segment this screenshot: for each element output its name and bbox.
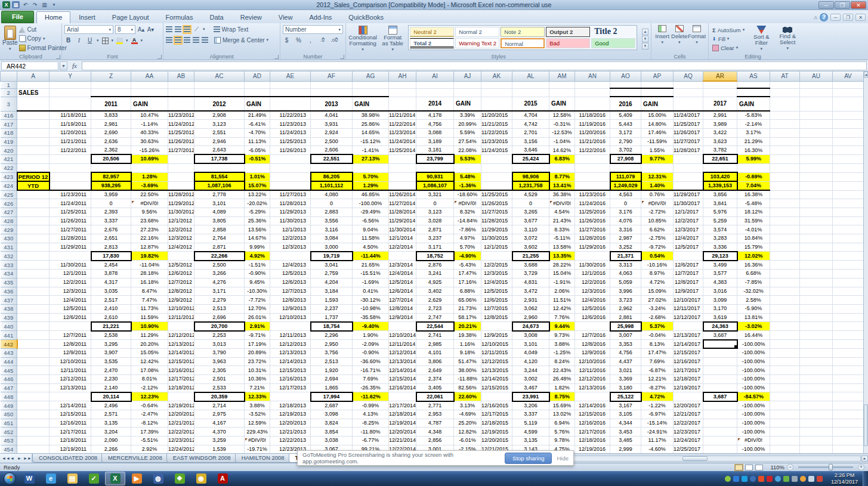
cell-AE431[interactable]: 12/3/2013 <box>270 243 311 252</box>
cell-AM416[interactable]: 12.58% <box>549 111 575 120</box>
style-chip[interactable]: Warning Text 2 <box>455 38 499 48</box>
cell-AE432[interactable] <box>270 252 311 261</box>
cell-AQ420[interactable]: 11/28/2017 <box>674 146 703 155</box>
column-header-A[interactable]: A <box>17 72 50 81</box>
cell-AR436[interactable]: 3,016 <box>703 287 737 296</box>
cell-AT450[interactable] <box>770 410 800 419</box>
row-header-449[interactable]: 449 <box>1 401 17 410</box>
cell-AS419[interactable]: 21.29% <box>737 137 770 146</box>
cell-Y440[interactable] <box>50 322 91 331</box>
cell-AE434[interactable]: 12/5/2013 <box>270 270 311 278</box>
cell-AA423[interactable]: 1.28% <box>131 172 168 181</box>
cell-AC430[interactable]: 2,764 <box>194 234 245 243</box>
cell-AB444[interactable]: 12/15/2012 <box>168 357 194 366</box>
cell-AI424[interactable]: 1,086,107 <box>416 181 454 190</box>
cell-AQ449[interactable]: 12/20/2017 <box>674 401 703 410</box>
cell-AA431[interactable]: 12.87% <box>131 243 168 252</box>
cell-AI435[interactable]: 4,925 <box>416 278 454 287</box>
next-sheet-icon[interactable]: ► <box>16 456 23 460</box>
column-header-AC[interactable]: AC <box>194 72 245 81</box>
cell-Y419[interactable]: 11/21/2011 <box>50 137 91 146</box>
cell-AF452[interactable]: 3,854 <box>311 428 353 437</box>
row-header-454[interactable]: 454 <box>1 445 17 453</box>
cell-AK449[interactable]: 12/16/2015 <box>481 401 512 410</box>
cell-AN426[interactable]: 11/24/2016 <box>575 199 610 208</box>
cell-AI452[interactable]: 4,348 <box>416 428 454 437</box>
cell-AA418[interactable]: 40.33% <box>131 128 168 137</box>
cell-Y446[interactable]: 12/12/2011 <box>50 375 91 384</box>
cell-AQ437[interactable]: 12/10/2017 <box>674 296 703 305</box>
cell-AP434[interactable]: 8.97% <box>641 270 674 278</box>
cell-AO450[interactable]: 3,105 <box>610 410 641 419</box>
cell-AI421[interactable]: 23,799 <box>416 154 454 163</box>
cell-AJ433[interactable]: -5.43% <box>454 261 481 270</box>
sheet-tab-mercerville-2008[interactable]: MERCERVILLE 2008 <box>101 454 169 463</box>
cell-AJ448[interactable]: 22.60% <box>454 392 481 401</box>
cell-AL424[interactable]: 1,231,758 <box>512 181 549 190</box>
cell-A420[interactable] <box>17 146 50 155</box>
cell-AK450[interactable]: 12/17/2015 <box>481 410 512 419</box>
gallery-down-icon[interactable]: ▼ <box>642 36 648 42</box>
conditional-formatting-button[interactable]: Conditional Formatting▾ <box>348 26 377 52</box>
cell-AS429[interactable]: -4.01% <box>737 225 770 234</box>
paste-button[interactable]: Paste▾ <box>2 25 18 52</box>
cell-AU426[interactable] <box>800 199 833 208</box>
cell-AH430[interactable]: 12/1/2014 <box>389 234 416 243</box>
cell-AG435[interactable]: -1.69% <box>353 278 389 287</box>
row-header-428[interactable]: 428 <box>1 216 17 225</box>
cell-AV422[interactable] <box>833 163 864 172</box>
cell-AH435[interactable]: 12/5/2014 <box>389 278 416 287</box>
cell-AG431[interactable]: 4.50% <box>353 243 389 252</box>
cell-AM445[interactable]: 22.43% <box>549 366 575 375</box>
cell-AO443[interactable]: 4,756 <box>610 348 641 357</box>
cell-AI445[interactable]: 2,649 <box>416 366 454 375</box>
cell-A426[interactable] <box>17 199 50 208</box>
cell-AP453[interactable]: 11.17% <box>641 437 674 445</box>
cell-AJ430[interactable]: 4.97% <box>454 234 481 243</box>
cell-AJ443[interactable]: 9.18% <box>454 348 481 357</box>
minimize-button[interactable]: ─ <box>818 1 834 9</box>
start-button[interactable] <box>4 472 16 485</box>
cell-AO447[interactable]: 3,180 <box>610 383 641 392</box>
row-header-423[interactable]: 423 <box>1 172 17 181</box>
cell-AB439[interactable]: 12/11/2012 <box>168 313 194 322</box>
cell-AA427[interactable]: 9.56% <box>131 208 168 217</box>
tray-icon[interactable] <box>800 476 806 482</box>
cell-AI432[interactable]: 18,752 <box>416 252 454 261</box>
cell-AH434[interactable]: 12/4/2014 <box>389 270 416 278</box>
page-break-view-icon[interactable] <box>755 465 763 470</box>
scroll-up-icon[interactable]: ▲ <box>864 72 868 78</box>
cell-AR445[interactable] <box>703 366 737 375</box>
cell-AL3[interactable]: 2015 <box>512 97 549 111</box>
cell-AK446[interactable]: 12/14/2015 <box>481 375 512 384</box>
cell-AI433[interactable]: 2,876 <box>416 261 454 270</box>
cell-AB424[interactable] <box>168 181 194 190</box>
cell-AK443[interactable]: 12/11/2015 <box>481 348 512 357</box>
row-header-435[interactable]: 435 <box>1 278 17 287</box>
cell-AL427[interactable]: 3,265 <box>512 208 549 217</box>
cell-Z422[interactable] <box>91 163 131 172</box>
cell-Z421[interactable]: 20,506 <box>91 154 131 163</box>
cell-AC416[interactable]: 2,908 <box>194 111 245 120</box>
cell-A1[interactable] <box>17 81 50 88</box>
cell-AF443[interactable]: 3,756 <box>311 348 353 357</box>
cell-AR452[interactable] <box>703 428 737 437</box>
row-header-421[interactable]: 421 <box>1 154 17 163</box>
cell-AI448[interactable]: 22,061 <box>416 392 454 401</box>
cell-AS450[interactable]: -100.00% <box>737 410 770 419</box>
cell-AA436[interactable]: 8.47% <box>131 287 168 296</box>
cell-A437[interactable] <box>17 296 50 305</box>
cell-AF445[interactable]: 1,920 <box>311 366 353 375</box>
cell-Y426[interactable]: 11/24/2011 <box>50 199 91 208</box>
cell-AF422[interactable] <box>311 163 353 172</box>
cell-AA439[interactable]: 11.59% <box>131 313 168 322</box>
zoom-level[interactable]: 110% <box>770 464 784 470</box>
cell-AN429[interactable]: 11/27/2016 <box>575 225 610 234</box>
cell-A447[interactable] <box>17 383 50 392</box>
cell-AI419[interactable]: 3,189 <box>416 137 454 146</box>
cell-AJ435[interactable]: 17.16% <box>454 278 481 287</box>
cell-AL428[interactable]: 3,677 <box>512 216 549 225</box>
cell-AA440[interactable]: 10.90% <box>131 322 168 331</box>
cell-AC446[interactable]: 2,501 <box>194 375 245 384</box>
cell-AR422[interactable] <box>703 163 737 172</box>
